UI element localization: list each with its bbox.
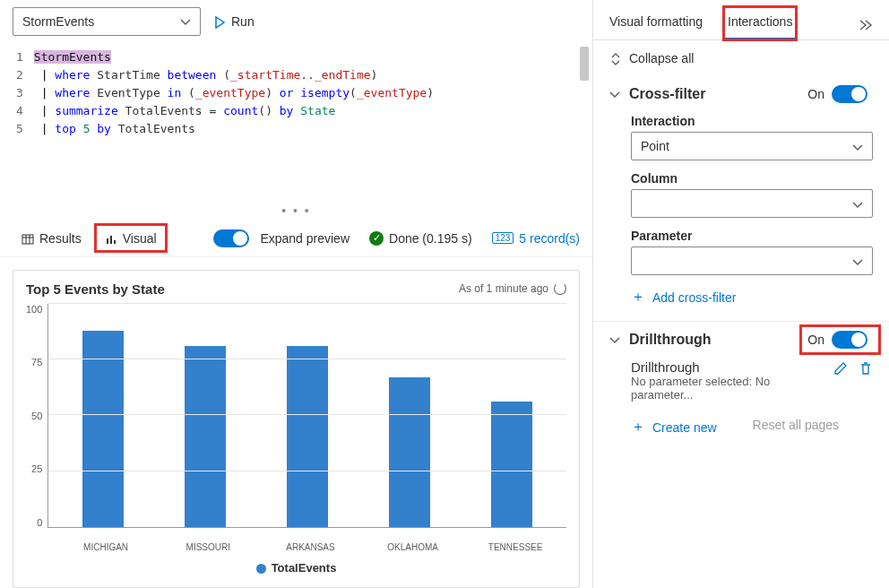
legend-dot-icon — [256, 564, 266, 574]
svg-rect-4 — [107, 238, 108, 244]
parameter-select[interactable] — [631, 246, 873, 275]
svg-rect-6 — [114, 240, 116, 244]
svg-rect-5 — [110, 236, 112, 244]
bar-0[interactable] — [82, 331, 124, 527]
bar-4[interactable] — [491, 402, 532, 526]
run-button[interactable]: Run — [213, 14, 255, 29]
chart-plot — [47, 304, 566, 528]
tab-interactions[interactable]: Interactions — [724, 7, 796, 39]
more-icon[interactable] — [855, 16, 876, 30]
visual-tab[interactable]: Visual — [96, 225, 166, 250]
edit-icon[interactable] — [833, 359, 848, 376]
drillthrough-on-label: On — [807, 333, 824, 347]
refresh-icon[interactable] — [554, 282, 566, 295]
drill-item-title: Drillthrough — [631, 359, 833, 375]
visual-tab-label: Visual — [123, 231, 157, 246]
y-axis: 100 75 50 25 0 — [26, 304, 47, 528]
chevron-down-icon — [852, 139, 863, 153]
column-select[interactable] — [631, 189, 873, 218]
drill-item-subtitle: No parameter selected: No parameter... — [631, 375, 833, 402]
record-count: 123 5 record(s) — [492, 231, 580, 246]
collapse-all-label: Collapse all — [629, 51, 694, 65]
table-icon — [22, 230, 34, 245]
collapse-icon — [609, 51, 622, 65]
create-new-button[interactable]: ＋ Create new — [631, 418, 717, 437]
add-crossfilter-button[interactable]: ＋ Add cross-filter — [631, 288, 873, 307]
bar-3[interactable] — [389, 377, 430, 527]
scrollbar-thumb[interactable] — [580, 47, 589, 81]
chevron-down-icon — [180, 14, 191, 29]
done-label: Done (0.195 s) — [389, 231, 472, 246]
plus-icon: ＋ — [631, 418, 645, 437]
expand-preview-label: Expand preview — [260, 231, 350, 246]
play-icon — [213, 14, 226, 29]
drillthrough-section: Drillthrough On Drillthrough No paramete… — [593, 322, 889, 451]
interaction-label: Interaction — [631, 114, 873, 128]
bar-1[interactable] — [185, 346, 226, 527]
query-status: ✓ Done (0.195 s) — [369, 231, 472, 246]
record-count-label: 5 record(s) — [519, 231, 580, 246]
results-toolbar: Results Visual Expand preview ✓ Done (0.… — [0, 220, 592, 256]
chart-title: Top 5 Events by State — [26, 281, 165, 297]
crossfilter-header[interactable]: Cross-filter On — [609, 85, 873, 103]
database-name: StormEvents — [22, 14, 94, 29]
tab-visual-formatting[interactable]: Visual formatting — [606, 7, 706, 39]
delete-icon[interactable] — [859, 359, 873, 376]
bar-2[interactable] — [287, 346, 328, 527]
run-label: Run — [231, 14, 255, 29]
crossfilter-title: Cross-filter — [629, 86, 705, 102]
svg-rect-0 — [22, 235, 33, 244]
chevron-down-icon — [852, 196, 863, 211]
resize-grip[interactable]: • • • — [0, 202, 592, 220]
top-toolbar: StormEvents Run — [0, 0, 592, 43]
interaction-select[interactable]: Point — [631, 132, 873, 160]
crossfilter-section: Cross-filter On Interaction Point Column… — [593, 76, 889, 322]
drillthrough-title: Drillthrough — [629, 332, 712, 348]
chevron-down-icon — [609, 88, 620, 101]
right-tabs: Visual formatting Interactions — [593, 7, 889, 40]
collapse-all-button[interactable]: Collapse all — [593, 40, 889, 76]
check-circle-icon: ✓ — [369, 231, 384, 246]
parameter-label: Parameter — [631, 229, 873, 243]
column-label: Column — [631, 171, 873, 186]
chart-timestamp: As of 1 minute ago — [459, 282, 566, 295]
plus-icon: ＋ — [631, 288, 645, 307]
drillthrough-item: Drillthrough No parameter selected: No p… — [631, 359, 873, 402]
results-tab[interactable]: Results — [13, 225, 91, 250]
drillthrough-header[interactable]: Drillthrough On — [609, 331, 873, 349]
records-icon: 123 — [492, 232, 514, 244]
code-content[interactable]: StormEvents | where StartTime between (_… — [34, 48, 592, 202]
bar-chart-icon — [105, 230, 117, 245]
add-crossfilter-label: Add cross-filter — [652, 290, 736, 305]
line-numbers: 1 2 3 4 5 — [0, 48, 34, 202]
chevron-down-icon — [609, 333, 620, 347]
chart-legend: TotalEvents — [26, 561, 566, 575]
chart-card: Top 5 Events by State As of 1 minute ago… — [13, 270, 580, 588]
database-selector[interactable]: StormEvents — [13, 7, 201, 36]
x-axis-labels: MICHIGAN MISSOURI ARKANSAS OKLAHOMA TENN… — [55, 542, 566, 552]
drillthrough-toggle[interactable] — [832, 331, 867, 349]
chevron-down-icon — [852, 254, 863, 268]
reset-all-pages: Reset all pages — [753, 418, 840, 437]
query-editor[interactable]: 1 2 3 4 5 StormEvents | where StartTime … — [0, 43, 592, 202]
results-tab-label: Results — [39, 231, 82, 246]
crossfilter-on-label: On — [807, 87, 824, 101]
expand-preview-toggle[interactable] — [213, 229, 249, 247]
crossfilter-toggle[interactable] — [832, 85, 867, 103]
